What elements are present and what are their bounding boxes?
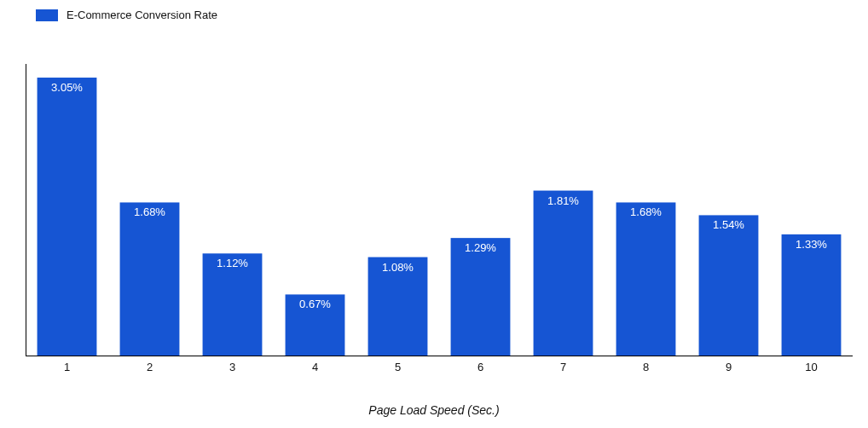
bar: [120, 202, 180, 356]
bar-chart: 3.05%11.68%21.12%30.67%41.08%51.29%61.81…: [26, 64, 861, 379]
bar-value-label: 1.54%: [713, 218, 744, 231]
bar-value-label: 0.67%: [299, 298, 331, 310]
x-tick-label: 10: [805, 361, 817, 373]
legend-label: E-Commerce Conversion Rate: [67, 9, 217, 21]
bar: [782, 234, 842, 356]
bar: [699, 215, 759, 356]
x-axis-label: Page Load Speed (Sec.): [0, 403, 868, 417]
bar: [451, 238, 511, 356]
x-tick-label: 3: [229, 361, 235, 373]
bar-value-label: 3.05%: [51, 81, 83, 94]
x-tick-label: 9: [726, 361, 732, 373]
bar-value-label: 1.29%: [465, 241, 496, 254]
x-tick-label: 4: [312, 361, 318, 373]
bar-value-label: 1.68%: [134, 205, 165, 218]
bar: [616, 202, 676, 356]
bar-value-label: 1.68%: [630, 205, 662, 218]
bar: [38, 78, 97, 356]
bar-value-label: 1.33%: [796, 238, 827, 251]
bar-value-label: 1.08%: [382, 261, 414, 274]
bar: [534, 191, 593, 356]
bar-value-label: 1.12%: [217, 257, 248, 269]
x-tick-label: 1: [64, 361, 70, 373]
x-tick-label: 2: [147, 361, 153, 373]
x-tick-label: 8: [643, 361, 649, 373]
x-tick-label: 6: [477, 361, 483, 373]
bar-value-label: 1.81%: [547, 194, 579, 207]
x-tick-label: 5: [395, 361, 401, 373]
legend: E-Commerce Conversion Rate: [36, 9, 217, 21]
legend-swatch: [36, 9, 58, 21]
x-tick-label: 7: [560, 361, 566, 373]
